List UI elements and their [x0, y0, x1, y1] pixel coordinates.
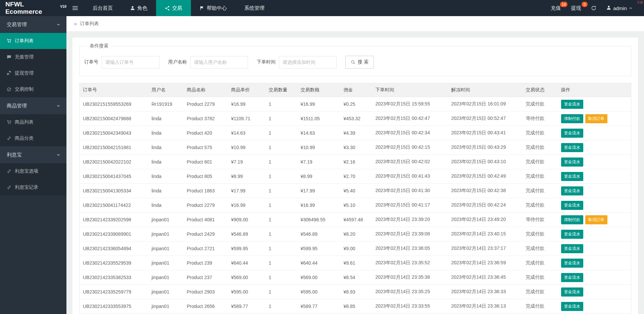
cell-order_time: 2023年02月15日 00:42:34	[372, 126, 448, 140]
topbar: NFWL Ecommerce V10 后台首页 角色 交易 帮助中心 系统管理 …	[0, 0, 644, 16]
cell-commission: ¥4.39	[340, 126, 372, 140]
fund-flow-button[interactable]: 资金流水	[561, 302, 583, 311]
cell-commission: ¥8.93	[340, 285, 372, 299]
cell-actions: 资金流水	[558, 285, 631, 299]
sidebar-item-recharge-mgmt[interactable]: 充值管理	[0, 49, 66, 65]
cell-order_no: UB2302150042349043	[80, 126, 148, 140]
menu-toggle-icon[interactable]	[66, 0, 84, 16]
cell-commission: ¥2.16	[340, 155, 372, 169]
fund-flow-button[interactable]: 资金流水	[561, 143, 583, 152]
cancel-order-button[interactable]: 取消订单	[585, 215, 607, 224]
force-pay-button[interactable]: 强制付款	[561, 215, 583, 224]
search-button[interactable]: 搜 索	[345, 56, 374, 69]
sidebar-group-trade[interactable]: 交易管理	[0, 16, 66, 33]
cell-username: linda	[148, 126, 184, 140]
nav-item-system[interactable]: 系统管理	[236, 0, 273, 16]
sidebar-item-product-list[interactable]: 商品列表	[0, 114, 66, 130]
cell-actions: 资金流水	[558, 140, 631, 155]
cell-order_time: 2023年02月15日 00:42:02	[372, 155, 448, 169]
breadcrumb-chevrons-icon: »	[74, 20, 77, 27]
search-icon	[351, 60, 355, 64]
cell-order_time: 2023年02月15日 00:41:17	[372, 198, 448, 213]
cell-status: 完成付款	[523, 241, 558, 256]
refresh-icon[interactable]	[591, 5, 596, 11]
cell-username: jinpan01	[148, 285, 184, 299]
app-logo: NFWL Ecommerce V10	[0, 0, 66, 16]
nav-item-home[interactable]: 后台首页	[84, 0, 121, 16]
cell-username: jinpan01	[148, 213, 184, 227]
fund-flow-button[interactable]: 资金流水	[561, 244, 583, 253]
cell-amount: ¥17.99	[297, 184, 340, 198]
cell-unfreeze_time: 2023年02月15日 00:42:24	[448, 198, 523, 213]
cell-order_no: UB2302150042479688	[80, 111, 148, 126]
cell-order_no: UB2302150042022102	[80, 155, 148, 169]
sidebar-item-product-list-label: 商品列表	[15, 119, 34, 125]
cell-unfreeze_time: 2023年02月14日 23:36:13	[448, 299, 523, 314]
cell-actions: 强制付款取消订单	[558, 111, 631, 126]
cell-order_time: 2023年02月14日 23:35:52	[372, 256, 448, 270]
order-no-input[interactable]	[102, 56, 159, 69]
cell-order_no: UB2302142335382533	[80, 270, 148, 285]
cell-actions: 资金流水	[558, 256, 631, 270]
cell-unfreeze_time: 2023年02月15日 00:42:49	[448, 169, 523, 184]
sidebar-item-withdraw-mgmt[interactable]: 提现管理	[0, 65, 66, 81]
order-time-input[interactable]	[279, 56, 337, 69]
cell-qty: 1	[265, 285, 297, 299]
sidebar-item-lixibao-records[interactable]: 利息宝记录	[0, 179, 66, 195]
fund-flow-button[interactable]: 资金流水	[561, 201, 583, 210]
cell-commission: ¥4597.48	[340, 213, 372, 227]
nav-help-label: 帮助中心	[207, 5, 227, 11]
cell-qty: 1	[265, 140, 297, 155]
recharge-link[interactable]: 充值 14	[551, 5, 561, 11]
nav-item-roles[interactable]: 角色	[121, 0, 156, 16]
fund-flow-button[interactable]: 资金流水	[561, 287, 583, 297]
sidebar-group-lixibao[interactable]: 利息宝	[0, 146, 66, 163]
link-icon	[7, 185, 11, 190]
cancel-order-button[interactable]: 取消订单	[585, 114, 607, 123]
sidebar-item-trade-control[interactable]: 交易控制	[0, 81, 66, 97]
cell-amount: ¥1511.05	[297, 111, 340, 126]
sidebar-item-lixibao-options[interactable]: 利息宝选项	[0, 163, 66, 179]
username-label: admin	[613, 5, 627, 11]
fund-flow-button[interactable]: 资金流水	[561, 259, 583, 268]
cell-status: 完成付款	[523, 285, 558, 299]
cell-commission: ¥8.54	[340, 270, 372, 285]
fund-flow-button[interactable]: 资金流水	[561, 100, 583, 109]
cell-order_no: UB2302142339202598	[80, 213, 148, 227]
cell-qty: 1	[265, 126, 297, 140]
fund-flow-button[interactable]: 资金流水	[561, 129, 583, 138]
fund-flow-button[interactable]: 资金流水	[561, 273, 583, 282]
cell-username: linda	[148, 169, 184, 184]
nav-home-label: 后台首页	[93, 5, 113, 11]
cell-status: 完成付款	[523, 184, 558, 198]
cell-price: ¥1109.71	[228, 111, 265, 126]
cell-order_time: 2023年02月14日 23:39:20	[372, 213, 448, 227]
col-price: 商品单价	[228, 83, 265, 97]
sidebar-group-product[interactable]: 商品管理	[0, 97, 66, 114]
fund-flow-button[interactable]: 资金流水	[561, 172, 583, 181]
cell-actions: 资金流水	[558, 241, 631, 256]
nav-item-help[interactable]: 帮助中心	[191, 0, 236, 16]
sidebar-item-product-category[interactable]: 商品分类	[0, 130, 66, 146]
fund-flow-button[interactable]: 资金流水	[561, 186, 583, 195]
cell-order_time: 2023年02月14日 23:33:55	[372, 299, 448, 314]
cell-actions: 资金流水	[558, 227, 631, 241]
fund-flow-button[interactable]: 资金流水	[561, 230, 583, 239]
fund-flow-button[interactable]: 资金流水	[561, 158, 583, 167]
sidebar-group-product-label: 商品管理	[7, 103, 27, 109]
sidebar-group-lixibao-label: 利息宝	[7, 152, 22, 158]
force-pay-button[interactable]: 强制付款	[561, 114, 583, 123]
cell-status: 完成付款	[523, 97, 558, 111]
cell-order_no: UB2302142333553975	[80, 299, 148, 314]
user-menu[interactable]: admin	[606, 5, 633, 11]
nav-item-trade[interactable]: 交易	[156, 0, 191, 16]
cell-amount: ¥8.99	[297, 169, 340, 184]
cell-product: Product 239	[184, 256, 228, 270]
sidebar-item-order-list[interactable]: 订单列表	[0, 33, 66, 49]
cell-price: ¥599.95	[228, 241, 265, 256]
withdraw-link[interactable]: 提现 0	[571, 5, 581, 11]
cell-qty: 1	[265, 198, 297, 213]
username-input[interactable]	[190, 56, 248, 69]
cell-product: Product 2721	[184, 241, 228, 256]
cell-price: ¥909.00	[228, 213, 265, 227]
